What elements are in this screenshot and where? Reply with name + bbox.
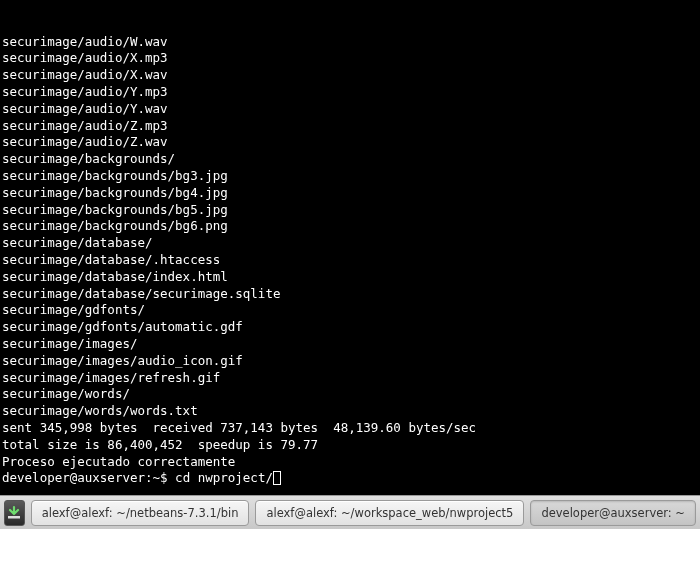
terminal-line: securimage/images/refresh.gif [2, 370, 698, 387]
terminal-line: securimage/audio/Z.wav [2, 134, 698, 151]
terminal-line: securimage/words/ [2, 386, 698, 403]
terminal-line: securimage/database/securimage.sqlite [2, 286, 698, 303]
terminal-line: securimage/audio/X.mp3 [2, 50, 698, 67]
taskbar-tab[interactable]: developer@auxserver: ~ [530, 500, 696, 526]
terminal-line: securimage/gdfonts/automatic.gdf [2, 319, 698, 336]
terminal-line: securimage/audio/W.wav [2, 34, 698, 51]
cursor [273, 471, 281, 485]
terminal-line: securimage/database/ [2, 235, 698, 252]
terminal-line: securimage/backgrounds/bg5.jpg [2, 202, 698, 219]
svg-rect-0 [8, 516, 20, 519]
terminal-line: securimage/backgrounds/ [2, 151, 698, 168]
taskbar-tab[interactable]: alexf@alexf: ~/workspace_web/nwproject5 [255, 500, 524, 526]
prompt-line[interactable]: developer@auxserver:~$ cd nwproject/ [2, 470, 698, 487]
terminal-line: securimage/backgrounds/bg6.png [2, 218, 698, 235]
download-arrow-icon [6, 505, 22, 521]
terminal-line: securimage/words/words.txt [2, 403, 698, 420]
taskbar-tab[interactable]: alexf@alexf: ~/netbeans-7.3.1/bin [31, 500, 250, 526]
typed-command: cd nwproject/ [175, 470, 273, 485]
terminal-line: securimage/backgrounds/bg4.jpg [2, 185, 698, 202]
terminal-line: securimage/backgrounds/bg3.jpg [2, 168, 698, 185]
shell-prompt: developer@auxserver:~$ [2, 470, 168, 485]
terminal-line: sent 345,998 bytes received 737,143 byte… [2, 420, 698, 437]
terminal-line: securimage/audio/X.wav [2, 67, 698, 84]
terminal-line: securimage/database/index.html [2, 269, 698, 286]
terminal-line: securimage/gdfonts/ [2, 302, 698, 319]
terminal-line: securimage/audio/Y.wav [2, 101, 698, 118]
terminal-output[interactable]: securimage/audio/W.wavsecurimage/audio/X… [0, 0, 700, 495]
terminal-line: securimage/images/ [2, 336, 698, 353]
terminal-line: securimage/audio/Y.mp3 [2, 84, 698, 101]
taskbar: alexf@alexf: ~/netbeans-7.3.1/binalexf@a… [0, 495, 700, 529]
terminal-line: Proceso ejecutado correctamente [2, 454, 698, 471]
terminal-line: securimage/audio/Z.mp3 [2, 118, 698, 135]
blank-area [0, 529, 700, 567]
terminal-line: total size is 86,400,452 speedup is 79.7… [2, 437, 698, 454]
terminal-line: securimage/images/audio_icon.gif [2, 353, 698, 370]
terminal-line: securimage/database/.htaccess [2, 252, 698, 269]
launcher-button[interactable] [4, 500, 25, 526]
